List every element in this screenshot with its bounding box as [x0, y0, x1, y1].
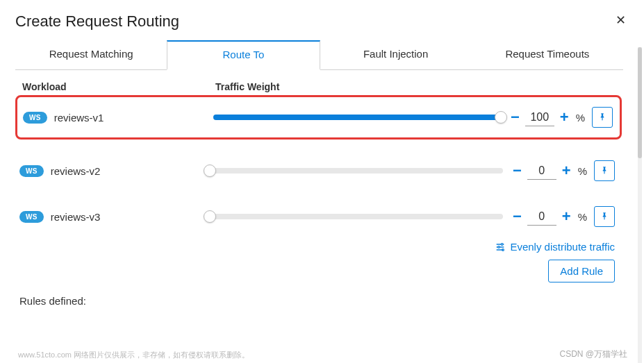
- scrollbar-thumb[interactable]: [638, 47, 642, 158]
- plus-button[interactable]: +: [556, 108, 573, 126]
- rules-defined-label: Rules defined:: [15, 289, 629, 307]
- scrollbar-track[interactable]: [638, 47, 642, 363]
- pin-button[interactable]: [592, 107, 613, 128]
- plus-button[interactable]: +: [558, 162, 575, 180]
- percent-label: %: [578, 211, 587, 223]
- ws-badge: WS: [19, 211, 44, 223]
- tab-route-to[interactable]: Route To: [167, 40, 320, 70]
- tab-fault-injection[interactable]: Fault Injection: [320, 40, 472, 69]
- slider-thumb[interactable]: [495, 111, 507, 124]
- footer-disclaimer: www.51cto.com 网络图片仅供展示，非存储，如有侵权请联系删除。: [18, 350, 249, 360]
- tabs: Request Matching Route To Fault Injectio…: [15, 40, 623, 70]
- weight-input[interactable]: [527, 162, 556, 180]
- weight-slider[interactable]: [213, 115, 501, 120]
- workload-row: WS reviews-v2 − + %: [15, 156, 622, 185]
- pin-button[interactable]: [594, 160, 615, 181]
- header-traffic-weight: Traffic Weight: [215, 81, 279, 92]
- minus-button[interactable]: −: [509, 162, 526, 180]
- weight-input[interactable]: [525, 109, 554, 126]
- weight-slider[interactable]: [210, 214, 503, 219]
- slider-thumb[interactable]: [204, 210, 216, 223]
- pin-button[interactable]: [594, 206, 615, 227]
- header-workload: Workload: [22, 81, 215, 92]
- modal-title: Create Request Routing: [15, 12, 179, 31]
- pin-icon: [597, 112, 607, 122]
- weight-input[interactable]: [527, 208, 556, 226]
- svg-point-1: [498, 246, 500, 248]
- ws-badge: WS: [23, 112, 47, 124]
- ws-badge: WS: [19, 165, 44, 177]
- plus-button[interactable]: +: [558, 208, 575, 226]
- weight-slider[interactable]: [210, 168, 503, 174]
- workload-name: reviews-v2: [51, 165, 101, 177]
- workload-row-highlighted: WS reviews-v1 − + %: [15, 95, 622, 140]
- workload-row: WS reviews-v3 − + %: [15, 202, 622, 231]
- tab-request-timeouts[interactable]: Request Timeouts: [472, 40, 623, 69]
- modal-header: Create Request Routing ✕: [15, 12, 629, 31]
- percent-label: %: [576, 112, 585, 124]
- column-headers: Workload Traffic Weight: [15, 70, 629, 95]
- evenly-distribute-link[interactable]: Evenly distribute traffic: [495, 241, 615, 253]
- tab-request-matching[interactable]: Request Matching: [15, 40, 167, 69]
- slider-thumb[interactable]: [204, 164, 216, 177]
- minus-button[interactable]: −: [506, 108, 524, 126]
- evenly-distribute-label: Evenly distribute traffic: [510, 241, 615, 253]
- workload-name: reviews-v3: [51, 211, 101, 223]
- pin-icon: [600, 212, 609, 221]
- workload-name: reviews-v1: [54, 112, 104, 124]
- sliders-icon: [495, 242, 506, 253]
- pin-icon: [600, 166, 609, 176]
- add-rule-button[interactable]: Add Rule: [548, 260, 615, 282]
- svg-point-0: [502, 243, 504, 245]
- percent-label: %: [578, 165, 587, 177]
- footer-attribution: CSDN @万猫学社: [559, 348, 627, 360]
- close-icon[interactable]: ✕: [613, 12, 629, 28]
- minus-button[interactable]: −: [509, 208, 526, 226]
